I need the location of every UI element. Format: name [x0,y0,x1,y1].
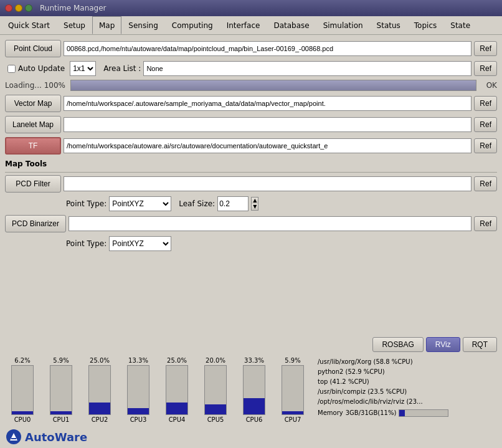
cpu5-fill [205,404,226,414]
cpu3-bar [127,365,149,415]
window-controls[interactable] [5,4,32,12]
rqt-button[interactable]: RQT [463,337,497,352]
cpu0-bar [11,365,34,415]
autoware-logo-text: AutoWare [25,431,87,444]
tf-input[interactable] [64,138,471,153]
cpu-item-7: 5.9% CPU7 [275,357,310,423]
title-bar: Runtime Manager [0,0,502,16]
cpu2-label: CPU2 [92,416,108,423]
pcd-binarizer-point-type-select[interactable]: PointXYZ PointXYZI PointXYZRGB [109,236,171,251]
cpu4-percent: 25.0% [167,357,187,364]
lanelet-map-input[interactable] [64,117,471,132]
pcd-filter-ref-button[interactable]: Ref [474,176,497,191]
leaf-size-label: Leaf Size: [179,199,215,208]
cpu7-bar [282,365,304,415]
menu-item-topics[interactable]: Topics [407,16,443,34]
cpu7-label: CPU7 [285,416,301,423]
tf-ref-button[interactable]: Ref [474,138,497,153]
pcd-filter-button[interactable]: PCD Filter [5,175,61,193]
auto-update-row: Auto Update 1x1 Area List : Ref [5,61,497,76]
auto-update-checkbox[interactable] [7,65,16,73]
area-list-label: Area List : [103,64,141,73]
autoware-logo-icon [5,428,22,446]
maximize-button[interactable] [25,4,32,12]
tf-button[interactable]: TF [5,137,61,155]
area-list-ref-button[interactable]: Ref [474,61,497,76]
rviz-button[interactable]: RViz [426,337,460,352]
cpu1-percent: 5.9% [53,357,69,364]
minimize-button[interactable] [15,4,22,12]
grid-select[interactable]: 1x1 [70,61,96,76]
autoware-logo: AutoWare [5,428,87,446]
vector-map-button[interactable]: Vector Map [5,95,61,112]
pcd-binarizer-ref-button[interactable]: Ref [474,216,497,231]
pcd-binarizer-point-type-label: Point Type: [66,239,107,248]
point-cloud-button[interactable]: Point Cloud [5,40,61,57]
cpu7-percent: 5.9% [285,357,300,364]
cpu-item-1: 5.9% CPU1 [44,357,78,423]
memory-bar-fill [399,410,405,416]
menu-item-sensing[interactable]: Sensing [121,16,164,34]
menu-item-interface[interactable]: Interface [220,16,267,34]
area-list-input[interactable] [143,61,471,76]
lanelet-map-ref-button[interactable]: Ref [474,117,497,132]
lanelet-map-button[interactable]: Lanelet Map [5,116,61,133]
cpu-item-2: 25.0% CPU2 [82,357,117,423]
process-info-0: /usr/lib/xorg/Xorg (58.8 %CPU) [318,357,497,367]
cpu4-fill [166,403,187,415]
cpu6-bar [243,365,265,415]
pcd-filter-point-type-select[interactable]: PointXYZ PointXYZI PointXYZRGB [109,196,171,211]
menu-item-database[interactable]: Database [267,16,316,34]
memory-value: 3GB/31GB(11%) [346,408,397,418]
cpu1-bar [50,365,72,415]
rosbag-button[interactable]: ROSBAG [372,337,423,352]
cpu-bars: 6.2% CPU0 5.9% CPU1 25.0% CPU2 [5,357,310,423]
cpu7-fill [282,411,303,414]
cpu0-fill [12,411,33,414]
menu-bar: Quick Start Setup Map Sensing Computing … [0,16,502,35]
point-cloud-input[interactable] [64,41,471,56]
point-cloud-ref-button[interactable]: Ref [474,41,497,56]
pcd-binarizer-row: PCD Binarizer Ref [5,215,497,232]
cpu-item-3: 13.3% CPU3 [121,357,156,423]
cpu1-label: CPU1 [53,416,70,423]
cpu3-fill [128,408,149,414]
cpu-item-5: 20.0% CPU5 [198,357,233,423]
pcd-binarizer-input[interactable] [69,216,471,231]
cpu1-fill [50,411,72,414]
pcd-filter-options-row: Point Type: PointXYZ PointXYZI PointXYZR… [5,196,497,211]
leaf-size-input[interactable] [217,196,249,211]
point-cloud-row: Point Cloud Ref [5,40,497,57]
vector-map-row: Vector Map Ref [5,95,497,112]
menu-item-computing[interactable]: Computing [165,16,220,34]
cpu3-label: CPU3 [130,416,147,423]
pcd-filter-row: PCD Filter Ref [5,175,497,193]
process-info-1: python2 (52.9 %CPU) [318,367,497,377]
menu-item-map[interactable]: Map [92,16,121,34]
progress-bar-container [70,80,476,91]
ok-text: OK [486,81,497,90]
cpu5-label: CPU5 [207,416,224,423]
window-title: Runtime Manager [40,4,107,12]
cpu2-fill [89,403,110,415]
cpu2-bar [88,365,111,415]
menu-item-quickstart[interactable]: Quick Start [1,16,57,34]
cpu-info-section: 6.2% CPU0 5.9% CPU1 25.0% CPU2 [0,355,502,426]
vector-map-ref-button[interactable]: Ref [474,96,497,111]
process-info-3: /usr/bin/compiz (23.5 %CPU) [318,387,497,397]
vector-map-input[interactable] [64,96,471,111]
close-button[interactable] [5,4,12,12]
menu-item-status[interactable]: Status [370,16,407,34]
memory-label: Memory [318,408,343,418]
autoware-footer: AutoWare [0,426,502,448]
menu-item-simulation[interactable]: Simulation [316,16,370,34]
pcd-binarizer-button[interactable]: PCD Binarizer [5,215,66,232]
menu-item-state[interactable]: State [443,16,477,34]
menu-item-setup[interactable]: Setup [57,16,92,34]
bottom-section: ROSBAG RViz RQT 6.2% CPU0 5.9% CPU1 [0,335,502,448]
pcd-filter-point-type-label: Point Type: [66,199,107,208]
leaf-size-spinner[interactable]: ▲ ▼ [251,197,258,211]
pcd-filter-input[interactable] [64,176,471,191]
bottom-buttons: ROSBAG RViz RQT [0,335,502,355]
process-info-2: top (41.2 %CPU) [318,377,497,387]
